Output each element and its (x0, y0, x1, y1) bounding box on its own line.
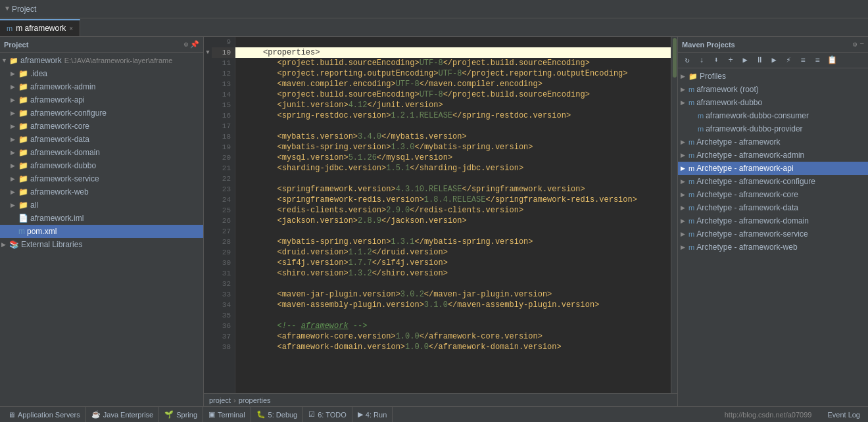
maven-pause-icon[interactable]: ⏸ (753, 54, 766, 67)
bottom-item-run[interactable]: ▶ 4: Run (352, 407, 393, 423)
maven-item-aframework-root[interactable]: ▶ m aframework (root) (678, 83, 868, 96)
maven-gear-icon[interactable]: ⚙ (853, 40, 857, 49)
fold-marker-21 (204, 163, 212, 174)
expand-arrow: ▶ (681, 191, 688, 198)
tab-aframework[interactable]: m m aframework × (0, 19, 80, 36)
breadcrumb-sep: › (233, 396, 236, 404)
maven-item-archetype-data[interactable]: ▶ m Archetype - aframework-data (678, 201, 868, 214)
maven-run-icon[interactable]: ▶ (738, 54, 752, 67)
breadcrumb: project › properties (204, 393, 677, 406)
ln-21: 21 (212, 163, 235, 174)
maven-item-archetype-service[interactable]: ▶ m Archetype - aframework-service (678, 227, 868, 241)
code-line-29: <druid.version>1.1.2</druid.version> (235, 247, 671, 258)
tree-item-dubbo[interactable]: ▶ 📁 aframework-dubbo (0, 159, 203, 172)
event-log-label: Event Log (827, 411, 860, 419)
maven-item-archetype-aframework[interactable]: ▶ m Archetype - aframework (678, 135, 868, 149)
maven-generate-icon[interactable]: ⚡ (782, 54, 795, 67)
maven-item-dubbo[interactable]: ▶ m aframework-dubbo (678, 96, 868, 109)
maven-m-icon: m (688, 204, 694, 212)
folder-icon: 📁 (18, 200, 28, 210)
panel-pin-icon[interactable]: 📌 (190, 40, 199, 49)
code-line-25: <redis-clients.version>2.9.0</redis-clie… (235, 205, 671, 216)
tree-item-iml[interactable]: ▶ 📄 aframework.iml (0, 212, 203, 225)
fold-marker-22 (204, 174, 212, 184)
maven-item-archetype-configure[interactable]: ▶ m Archetype - aframework-configure (678, 175, 868, 188)
ln-24: 24 (212, 195, 235, 205)
tree-item-data[interactable]: ▶ 📁 aframework-data (0, 133, 203, 146)
bottom-item-java-enterprise[interactable]: ☕ Java Enterprise (86, 407, 159, 423)
maven-step-icon[interactable]: ▶ (767, 54, 781, 67)
top-bar: ▼ Project (0, 0, 868, 18)
bottom-item-terminal[interactable]: ▣ Terminal (203, 407, 251, 423)
tree-label: pom.xml (27, 227, 57, 236)
project-tree: ▼ 📁 aframework E:\JAVA\aframework-layer\… (0, 53, 203, 406)
maven-m-icon: m (688, 99, 694, 106)
module-icon: 📁 (9, 57, 18, 65)
maven-item-profiles[interactable]: ▶ 📁 Profiles (678, 70, 868, 83)
maven-refresh-icon[interactable]: ↻ (681, 54, 694, 67)
maven-item-archetype-api[interactable]: ▶ m Archetype - aframework-api (678, 162, 868, 175)
maven-download-all-icon[interactable]: ⬇ (710, 54, 723, 67)
maven-item-archetype-core[interactable]: ▶ m Archetype - aframework-core (678, 188, 868, 201)
maven-phases-icon[interactable]: ≡ (811, 54, 824, 67)
maven-add-icon[interactable]: + (724, 54, 737, 67)
bottom-item-debug[interactable]: 🐛 5: Debug (251, 407, 304, 423)
tree-item-configure[interactable]: ▶ 📁 aframework-configure (0, 106, 203, 120)
tree-item-domain[interactable]: ▶ 📁 aframework-domain (0, 146, 203, 159)
bottom-item-app-servers[interactable]: 🖥 Application Servers (3, 407, 86, 423)
maven-item-archetype-web[interactable]: ▶ m Archetype - aframework-web (678, 241, 868, 254)
java-enterprise-icon: ☕ (91, 410, 101, 419)
maven-header-icons: ⚙ − (853, 40, 864, 49)
bottom-item-spring[interactable]: 🌱 Spring (159, 407, 203, 423)
maven-label: Archetype - aframework-configure (696, 177, 815, 186)
tree-item-api[interactable]: ▶ 📁 aframework-api (0, 93, 203, 106)
fold-marker-24 (204, 195, 212, 205)
tree-item-pom[interactable]: ▶ m pom.xml (0, 225, 203, 238)
maven-m-icon: m (688, 191, 694, 199)
tree-item-external[interactable]: ▶ 📚 External Libraries (0, 238, 203, 251)
bottom-item-event-log[interactable]: Event Log (822, 407, 865, 423)
panel-gear-icon[interactable]: ⚙ (183, 40, 188, 49)
fold-marker-10[interactable]: ▼ (204, 47, 212, 58)
maven-item-dubbo-consumer[interactable]: ▶ m aframework-dubbo-consumer (678, 109, 868, 122)
breadcrumb-project[interactable]: project (209, 396, 231, 404)
ln-30: 30 (212, 258, 235, 268)
maven-download-icon[interactable]: ↓ (695, 54, 708, 67)
maven-m-icon: m (688, 243, 694, 251)
maven-item-archetype-admin[interactable]: ▶ m Archetype - aframework-admin (678, 149, 868, 162)
tree-item-web[interactable]: ▶ 📁 aframework-web (0, 185, 203, 199)
breadcrumb-properties[interactable]: properties (239, 396, 271, 404)
maven-skip-icon[interactable]: ≡ (796, 54, 809, 67)
ln-11: 11 (212, 58, 235, 68)
app-servers-label: Application Servers (18, 411, 80, 419)
fold-marker-19 (204, 142, 212, 152)
tree-item-aframework-root[interactable]: ▼ 📁 aframework E:\JAVA\aframework-layer\… (0, 54, 203, 67)
ln-35: 35 (212, 310, 235, 321)
maven-label: Archetype - aframework-admin (696, 151, 804, 160)
tree-item-all[interactable]: ▶ 📁 all (0, 199, 203, 212)
ln-23: 23 (212, 184, 235, 195)
expand-arrow: ▶ (11, 97, 18, 103)
tree-item-service[interactable]: ▶ 📁 aframework-service (0, 172, 203, 185)
tree-item-admin[interactable]: ▶ 📁 aframework-admin (0, 80, 203, 93)
tree-label: aframework-data (30, 135, 89, 144)
maven-item-archetype-domain[interactable]: ▶ m Archetype - aframework-domain (678, 214, 868, 227)
fold-marker-27 (204, 226, 212, 237)
tab-close-icon[interactable]: × (69, 25, 73, 32)
maven-copy-icon[interactable]: 📋 (825, 54, 838, 67)
maven-minus-icon[interactable]: − (859, 40, 864, 49)
maven-title: Maven Projects (682, 41, 735, 49)
maven-item-dubbo-provider[interactable]: ▶ m aframework-dubbo-provider (678, 122, 868, 135)
tree-item-core[interactable]: ▶ 📁 aframework-core (0, 120, 203, 133)
code-line-34: <maven-assembly-plugin.version>3.1.0</ma… (235, 300, 671, 310)
code-editor[interactable]: <properties> <project.build.sourceEncodi… (235, 37, 671, 393)
fold-marker-28 (204, 237, 212, 247)
maven-label: Archetype - aframework-web (696, 243, 797, 252)
expand-arrow: ▶ (681, 152, 688, 158)
tree-item-idea[interactable]: ▶ 📁 .idea (0, 67, 203, 80)
maven-toolbar: ↻ ↓ ⬇ + ▶ ⏸ ▶ ⚡ ≡ ≡ 📋 (678, 53, 868, 68)
bottom-item-todo[interactable]: ☑ 6: TODO (303, 407, 352, 423)
run-label: 4: Run (366, 411, 387, 419)
maven-label: Archetype - aframework-api (696, 164, 793, 173)
expand-arrow: ▶ (11, 123, 18, 129)
